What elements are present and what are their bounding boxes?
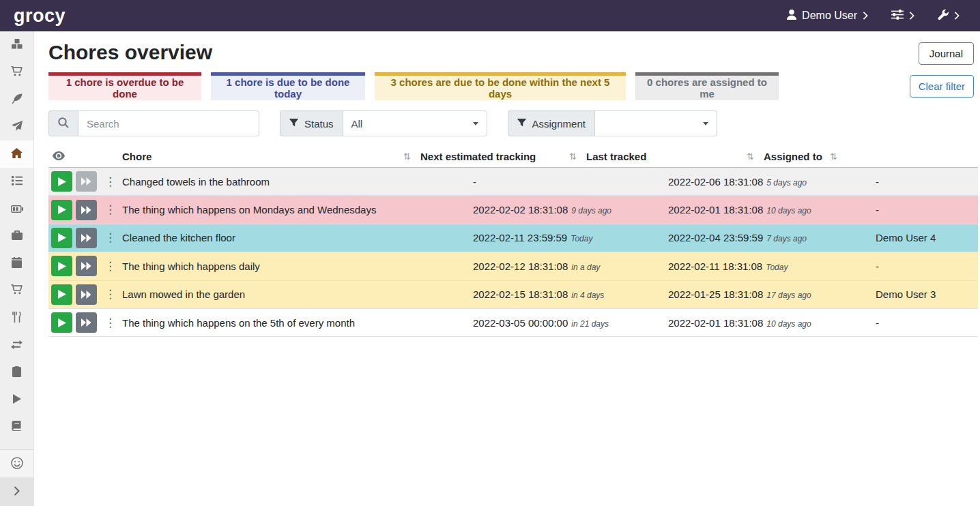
- sidebar-item-feedback[interactable]: [0, 450, 33, 477]
- sidebar-item-chore-tracking[interactable]: [0, 386, 33, 413]
- sidebar-item-chores-overview[interactable]: [0, 140, 33, 168]
- chevron-right-icon: [909, 10, 914, 22]
- assignment-select[interactable]: [594, 110, 717, 136]
- table-row: ⋮ Changed towels in the bathroom - 2022-…: [48, 168, 978, 196]
- journal-button[interactable]: Journal: [919, 42, 974, 65]
- utensils-icon: [12, 312, 21, 325]
- row-menu-button[interactable]: ⋮: [102, 232, 119, 243]
- user-menu[interactable]: Demo User: [787, 10, 868, 22]
- expand-sidebar-button[interactable]: [0, 477, 33, 506]
- skip-chore-button[interactable]: [76, 200, 97, 220]
- assigned-to: -: [876, 317, 978, 329]
- skip-chore-button[interactable]: [76, 312, 97, 333]
- next-tracking-date: 2022-02-11 23:59:59: [473, 232, 567, 243]
- skip-chore-button[interactable]: [76, 228, 97, 248]
- sidebar-item-battery-tracking[interactable]: [0, 413, 33, 441]
- column-header-next-tracking[interactable]: Next estimated tracking ⇅: [420, 151, 586, 162]
- last-tracked-date: 2022-01-25 18:31:08: [668, 288, 763, 300]
- status-filter-label-box: Status: [280, 110, 343, 136]
- last-tracked-relative: Today: [766, 263, 788, 272]
- search-icon-box: [48, 110, 78, 136]
- status-box-due-today-label: 1 chore is due to be done today: [216, 76, 360, 100]
- status-select[interactable]: All: [343, 110, 487, 136]
- sidebar-item-transfer[interactable]: [0, 331, 33, 359]
- chore-name: The thing which happens on Mondays and W…: [122, 204, 473, 215]
- track-chore-execution-button[interactable]: [51, 284, 72, 305]
- last-tracked-relative: 10 days ago: [766, 319, 811, 329]
- sidebar-item-meal-plan[interactable]: [0, 113, 33, 140]
- sidebar-item-shopping-list[interactable]: [0, 59, 33, 86]
- smiley-icon: [11, 457, 23, 471]
- skip-chore-button: [76, 171, 97, 192]
- status-boxes-row: 1 chore is overdue to be done 1 chore is…: [48, 72, 978, 100]
- last-tracked-relative: 17 days ago: [766, 291, 811, 300]
- column-header-assigned-to[interactable]: Assigned to ⇅: [764, 151, 847, 162]
- skip-chore-button[interactable]: [76, 256, 97, 276]
- track-chore-execution-button[interactable]: [51, 171, 72, 192]
- track-chore-execution-button[interactable]: [51, 312, 72, 333]
- sidebar-item-purchase[interactable]: [0, 277, 33, 304]
- sort-icon: ⇅: [830, 151, 837, 162]
- sort-icon: ⇅: [747, 151, 754, 162]
- table-row: ⋮ The thing which happens daily 2022-02-…: [48, 252, 978, 280]
- status-box-due-soon[interactable]: 3 chores are due to be done within the n…: [375, 72, 626, 100]
- sliders-icon: [891, 10, 904, 22]
- sort-icon: ⇅: [403, 151, 411, 162]
- table-header-row: Chore ⇅ Next estimated tracking ⇅ Last t…: [48, 145, 978, 168]
- page-title: Chores overview: [48, 41, 212, 64]
- skip-chore-button[interactable]: [76, 284, 97, 305]
- manage-data-menu[interactable]: [891, 10, 914, 22]
- status-box-due-soon-label: 3 chores are due to be done within the n…: [380, 76, 620, 100]
- sidebar-item-inventory[interactable]: [0, 359, 33, 386]
- last-tracked-date: 2022-02-04 23:59:59: [668, 232, 763, 243]
- next-tracking-date: 2022-02-02 18:31:08: [473, 204, 568, 215]
- next-tracking-date: 2022-02-15 18:31:08: [473, 288, 568, 300]
- row-menu-button[interactable]: ⋮: [102, 204, 119, 215]
- expand-sidebar-chevron-icon: [14, 486, 20, 498]
- column-visibility-toggle[interactable]: [48, 151, 122, 162]
- user-menu-label: Demo User: [802, 10, 857, 22]
- clipboard-list-icon: [12, 366, 21, 379]
- search-input[interactable]: [78, 110, 259, 136]
- assigned-to: -: [876, 204, 978, 215]
- column-header-chore[interactable]: Chore ⇅: [122, 151, 420, 162]
- sort-icon: ⇅: [569, 151, 577, 162]
- funnel-icon: [517, 118, 526, 130]
- eye-icon: [53, 151, 65, 162]
- status-box-overdue[interactable]: 1 chore is overdue to be done: [48, 72, 201, 100]
- column-header-last-tracked[interactable]: Last tracked ⇅: [586, 151, 764, 162]
- sidebar-item-stock-overview[interactable]: [0, 31, 33, 59]
- chevron-down-icon: [703, 122, 708, 125]
- status-filter-label: Status: [304, 118, 334, 130]
- wrench-icon: [938, 10, 949, 23]
- grocy-logo[interactable]: grocy: [14, 5, 66, 27]
- assigned-to: -: [876, 176, 978, 188]
- status-select-value: All: [351, 118, 363, 130]
- row-menu-button[interactable]: ⋮: [102, 261, 119, 272]
- sidebar-item-recipes[interactable]: [0, 86, 33, 113]
- assigned-to: -: [876, 261, 978, 272]
- sidebar-item-batteries-overview[interactable]: [0, 195, 33, 222]
- row-menu-button[interactable]: ⋮: [102, 176, 119, 188]
- status-box-due-today[interactable]: 1 chore is due to be done today: [211, 72, 365, 100]
- admin-menu[interactable]: [938, 10, 960, 23]
- track-chore-execution-button[interactable]: [51, 256, 72, 276]
- sidebar-item-tasks[interactable]: [0, 168, 33, 195]
- sidebar-item-consume[interactable]: [0, 304, 33, 331]
- sidebar-item-calendar[interactable]: [0, 250, 33, 277]
- next-tracking-date: 2022-02-12 18:31:08: [473, 261, 568, 272]
- track-chore-execution-button[interactable]: [51, 200, 72, 220]
- chore-name: Cleaned the kitchen floor: [122, 232, 473, 243]
- row-menu-button[interactable]: ⋮: [102, 288, 119, 300]
- sidebar-item-equipment[interactable]: [0, 222, 33, 250]
- assignment-filter-label: Assignment: [532, 118, 586, 130]
- filter-row: Status All Assignment: [48, 110, 978, 136]
- sidebar-bottom: [0, 449, 33, 506]
- search-icon: [58, 117, 69, 130]
- next-tracking-date: 2022-03-05 00:00:00: [473, 317, 568, 329]
- clear-filter-button[interactable]: Clear filter: [910, 75, 974, 98]
- row-menu-button[interactable]: ⋮: [102, 317, 119, 329]
- track-chore-execution-button[interactable]: [51, 228, 72, 248]
- status-box-assigned-to-me[interactable]: 0 chores are assigned to me: [635, 72, 779, 100]
- chore-name: The thing which happens daily: [122, 261, 473, 272]
